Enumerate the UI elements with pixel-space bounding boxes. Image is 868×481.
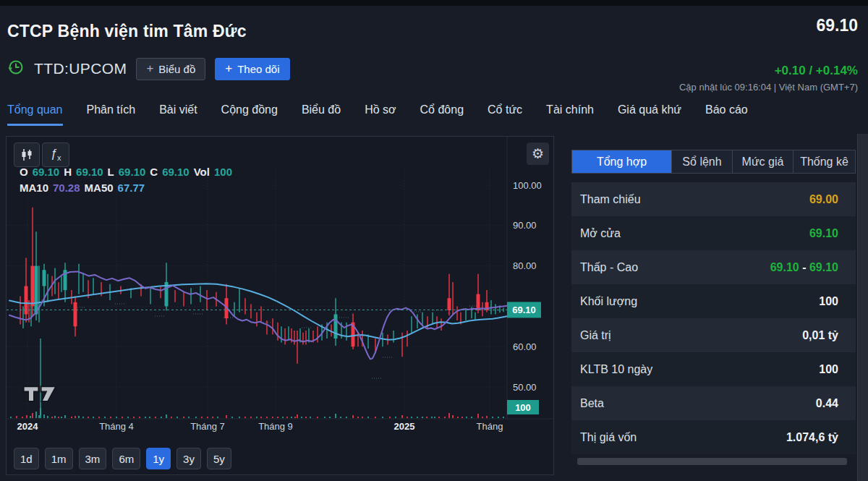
range-5y-button[interactable]: 5y	[207, 448, 231, 469]
table-row: Thấp - Cao 69.10 - 69.10	[571, 250, 856, 284]
market-cap-value: 1.074,6 tỷ	[786, 431, 838, 444]
gear-icon: ⚙	[532, 145, 544, 162]
indicators-fx-button[interactable]: ƒx	[42, 142, 69, 167]
ticker-symbol: TTD:UPCOM	[34, 60, 127, 77]
time-range-buttons: 1d 1m 3m 6m 1y 3y 5y	[14, 448, 231, 469]
page-title: CTCP Bệnh viện tim Tâm Đức	[7, 22, 247, 41]
horizontal-scrollbar[interactable]	[577, 458, 847, 465]
svg-text:100.00: 100.00	[513, 180, 542, 191]
svg-text:60.00: 60.00	[513, 341, 537, 352]
candlestick-style-button[interactable]	[14, 142, 40, 167]
candles-layer	[20, 208, 503, 415]
svg-text:80.00: 80.00	[513, 260, 537, 271]
grid-lines	[7, 137, 553, 419]
range-3y-button[interactable]: 3y	[176, 448, 201, 469]
tab-muc-gia[interactable]: Mức giá	[732, 150, 793, 173]
tab-cong-dong[interactable]: Cộng đồng	[221, 103, 278, 126]
table-row: KLTB 10 ngày 100	[571, 352, 856, 386]
follow-button[interactable]: + Theo dõi	[215, 58, 289, 80]
range-3m-button[interactable]: 3m	[79, 448, 107, 469]
svg-text:2025: 2025	[394, 421, 415, 432]
tab-bieu-do[interactable]: Biểu đồ	[302, 103, 341, 126]
vertical-scrollbar[interactable]	[857, 134, 868, 481]
add-to-chart-button[interactable]: + Biểu đồ	[136, 58, 205, 80]
fx-icon: ƒx	[51, 147, 61, 162]
last-updated-text: Cập nhật lúc 09:16:04 | Việt Nam (GMT+7)	[679, 82, 858, 93]
tab-phan-tich[interactable]: Phân tích	[87, 103, 136, 126]
price-change: +0.10 / +0.14%	[775, 64, 858, 78]
current-price: 69.10	[816, 16, 858, 35]
summary-tabs: Tổng hợp Sổ lệnh Mức giá Thống kê	[571, 150, 856, 174]
browser-top-strip	[0, 0, 868, 6]
svg-text:2024: 2024	[17, 421, 39, 432]
tradingview-watermark-logo	[22, 383, 57, 406]
section-nav: Tổng quan Phân tích Bài viết Cộng đồng B…	[7, 103, 748, 126]
trade-value: 0,01 tỷ	[802, 329, 838, 342]
tab-co-tuc[interactable]: Cổ tức	[488, 103, 522, 126]
svg-text:Tháng 7: Tháng 7	[190, 421, 225, 432]
svg-text:Tháng 4: Tháng 4	[99, 421, 134, 432]
tab-ho-so[interactable]: Hồ sơ	[365, 103, 396, 126]
tab-gia-qua-khu[interactable]: Giá quá khứ	[618, 103, 681, 126]
svg-text:Tháng: Tháng	[477, 421, 503, 432]
session-dot-marks	[41, 300, 501, 378]
tab-bai-viet[interactable]: Bài viết	[159, 103, 197, 126]
chart-settings-button[interactable]: ⚙	[527, 142, 549, 165]
table-row: Beta 0.44	[571, 386, 856, 420]
svg-text:100: 100	[515, 402, 531, 413]
tab-bao-cao[interactable]: Báo cáo	[705, 103, 748, 126]
avg-volume-10d-value: 100	[819, 363, 838, 376]
table-row: Thị giá vốn 1.074,6 tỷ	[571, 420, 856, 454]
range-1y-button[interactable]: 1y	[146, 448, 171, 469]
tab-tai-chinh[interactable]: Tài chính	[546, 103, 594, 126]
range-6m-button[interactable]: 6m	[112, 448, 140, 469]
table-row: Khối lượng 100	[571, 284, 856, 318]
beta-value: 0.44	[816, 397, 838, 410]
volume-value: 100	[819, 295, 838, 308]
candlestick-icon	[20, 148, 34, 162]
volume-bars	[10, 408, 504, 418]
plus-icon: +	[225, 62, 232, 75]
y-axis-labels: 100.0090.0080.0060.0050.00	[513, 180, 542, 393]
svg-text:90.00: 90.00	[513, 220, 537, 231]
price-chart-panel: 100.0090.0080.0060.0050.002024Tháng 4Thá…	[6, 136, 554, 475]
range-1d-button[interactable]: 1d	[14, 448, 39, 469]
range-1m-button[interactable]: 1m	[45, 448, 73, 469]
table-row: Tham chiếu 69.00	[571, 182, 856, 216]
tab-thong-ke[interactable]: Thống kê	[793, 150, 855, 173]
tab-tong-hop[interactable]: Tổng hợp	[572, 150, 671, 173]
svg-text:50.00: 50.00	[513, 382, 537, 393]
reference-price-value: 69.00	[809, 193, 838, 206]
ohlc-legend: O69.10 H69.10 L69.10 C69.10 Vol100	[20, 166, 232, 178]
x-axis-labels: 2024Tháng 4Tháng 7Tháng 92025Tháng	[17, 421, 503, 432]
clock-history-icon	[7, 59, 25, 79]
last-price-badge: 69.10	[507, 302, 541, 318]
tab-so-lenh[interactable]: Sổ lệnh	[671, 150, 732, 173]
last-volume-badge: 100	[507, 400, 539, 414]
open-price-value: 69.10	[809, 227, 838, 240]
low-high-value: 69.10 - 69.10	[770, 261, 838, 274]
ma50-line	[9, 284, 507, 340]
summary-rows: Tham chiếu 69.00 Mở cửa 69.10 Thấp - Cao…	[571, 182, 856, 454]
plus-icon: +	[146, 62, 153, 75]
svg-text:69.10: 69.10	[512, 305, 536, 315]
table-row: Mở cửa 69.10	[571, 216, 856, 250]
tab-tong-quan[interactable]: Tổng quan	[7, 103, 63, 126]
svg-text:Tháng 9: Tháng 9	[258, 421, 293, 432]
quote-summary-panel: Tổng hợp Sổ lệnh Mức giá Thống kê Tham c…	[571, 141, 856, 475]
ma-legend: MA1070.28 MA5067.77	[20, 182, 145, 194]
table-row: Giá trị 0,01 tỷ	[571, 318, 856, 352]
tab-co-dong[interactable]: Cổ đông	[420, 103, 464, 126]
